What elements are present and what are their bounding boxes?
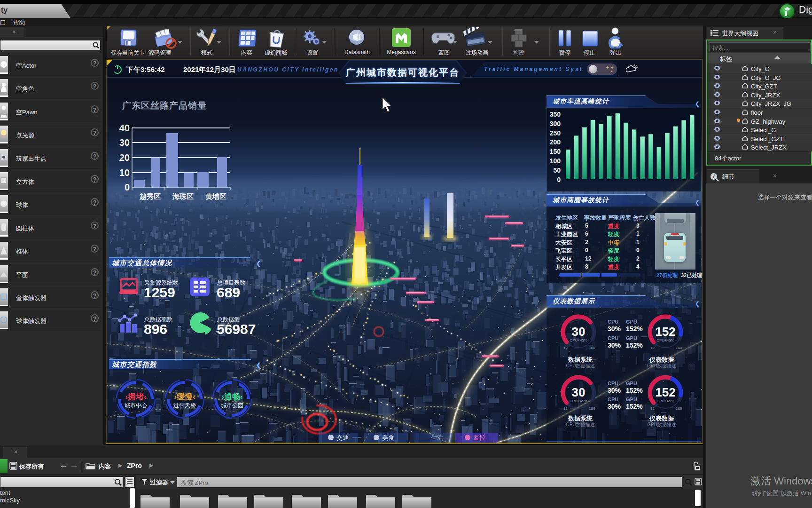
svg-text:CPU+45%: CPU+45% — [570, 399, 587, 403]
svg-text:10: 10 — [119, 167, 130, 178]
svg-text:180: 180 — [676, 406, 682, 411]
svg-text:交通: 交通 — [336, 434, 349, 441]
svg-text:20: 20 — [119, 152, 130, 163]
svg-text:250: 250 — [550, 129, 561, 137]
svg-text:海珠区: 海珠区 — [172, 192, 194, 200]
svg-text:200: 200 — [550, 138, 561, 146]
svg-text:152: 152 — [655, 385, 675, 399]
svg-text:30: 30 — [572, 385, 586, 399]
svg-text:40: 40 — [119, 123, 130, 133]
svg-text:12: 12 — [650, 346, 655, 350]
svg-text:黄埔区: 黄埔区 — [205, 192, 226, 200]
svg-text:12: 12 — [563, 346, 568, 350]
svg-text:180: 180 — [589, 406, 595, 411]
svg-text:0: 0 — [125, 182, 130, 192]
svg-text:150: 150 — [550, 148, 561, 155]
svg-text:CPU+45%: CPU+45% — [656, 338, 674, 342]
svg-text:30: 30 — [572, 325, 586, 339]
svg-text:0: 0 — [557, 176, 561, 183]
svg-text:350: 350 — [550, 111, 561, 118]
svg-text:CPU+45%: CPU+45% — [570, 338, 587, 342]
svg-text:美食: 美食 — [382, 434, 394, 441]
svg-text:12: 12 — [563, 406, 568, 411]
svg-text:152: 152 — [655, 325, 675, 339]
svg-text:30: 30 — [119, 137, 130, 148]
svg-text:越秀区: 越秀区 — [139, 192, 161, 200]
svg-text:180: 180 — [589, 346, 595, 350]
svg-text:12: 12 — [650, 406, 655, 411]
svg-text:180: 180 — [676, 346, 682, 350]
svg-text:CPU+45%: CPU+45% — [656, 399, 674, 403]
svg-text:100: 100 — [550, 157, 561, 165]
svg-text:300: 300 — [550, 120, 561, 127]
svg-text:监控: 监控 — [473, 434, 485, 441]
svg-text:生活: 生活 — [431, 434, 443, 441]
svg-text:50: 50 — [553, 167, 561, 174]
